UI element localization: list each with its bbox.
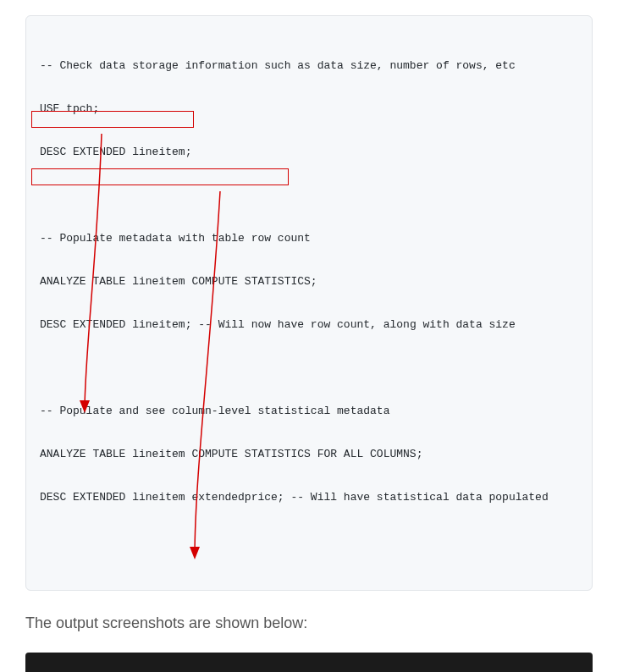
- desc-extended-2: DESC EXTENDED lineitem extendedprice;: [40, 491, 284, 504]
- code-line: -- Check data storage information such a…: [40, 58, 578, 73]
- code-line: DESC EXTENDED lineitem extendedprice; --…: [40, 490, 578, 504]
- code-line: ANALYZE TABLE lineitem COMPUTE STATISTIC…: [40, 274, 578, 289]
- code-comment: -- Will now have row count, along with d…: [191, 318, 515, 331]
- code-line: [40, 361, 578, 375]
- code-line: -- Populate metadata with table row coun…: [40, 231, 578, 245]
- code-line: DESC EXTENDED lineitem; -- Will now have…: [40, 317, 578, 332]
- desc-extended-1: DESC EXTENDED lineitem;: [40, 318, 191, 331]
- code-line: [40, 188, 578, 202]
- sql-code-block: -- Check data storage information such a…: [25, 15, 593, 591]
- code-comment: -- Will have statistical data populated: [284, 491, 549, 504]
- terminal-table-metadata: # Detailed Table Information Databasetpc…: [25, 653, 593, 672]
- code-line: -- Populate and see column-level statist…: [40, 404, 578, 418]
- code-line: USE tpch;: [40, 102, 578, 116]
- highlight-box-code-2: [31, 168, 289, 185]
- code-line: ANALYZE TABLE lineitem COMPUTE STATISTIC…: [40, 447, 578, 461]
- code-line: DESC EXTENDED lineitem;: [40, 145, 578, 159]
- output-caption: The output screenshots are shown below:: [25, 614, 593, 632]
